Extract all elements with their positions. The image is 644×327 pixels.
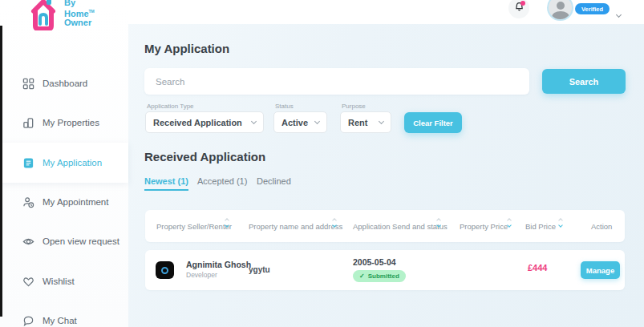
search-input[interactable]: [144, 68, 529, 95]
status-label: Status: [275, 103, 294, 110]
sidebar-item-label: Open view request: [43, 236, 119, 246]
sidebar-item-my-chat[interactable]: My Chat: [0, 308, 128, 327]
avatar-silhouette: [557, 2, 565, 10]
bid-price-value: £444: [528, 263, 547, 272]
account-menu-chevron[interactable]: [617, 6, 621, 20]
sort-control[interactable]: [437, 219, 440, 227]
brand-logo: By HomeTM Owner: [27, 0, 95, 34]
column-header-action: Action: [591, 222, 612, 231]
chevron-down-icon: [379, 119, 384, 124]
table-header-row: Property Seller/Renter Property name and…: [145, 210, 625, 242]
application-type-label: Application Type: [147, 103, 194, 110]
sidebar-item-my-application[interactable]: My Application: [0, 143, 128, 183]
screen-edge-strip: [0, 26, 2, 317]
chevron-down-icon: [251, 119, 257, 124]
sidebar: By HomeTM Owner Dashboard My Properties: [0, 0, 128, 327]
seller-avatar: [156, 261, 174, 279]
heart-icon: [22, 275, 34, 288]
sidebar-item-label: My Appointment: [43, 197, 108, 207]
status-badge: ✓ Submitted: [353, 270, 406, 282]
sort-up-icon: [225, 218, 229, 223]
sidebar-item-label: My Application: [43, 158, 102, 168]
sort-down-icon: [558, 223, 563, 228]
seller-role: Developer: [186, 271, 217, 279]
property-name: ygytu: [249, 265, 270, 274]
sort-down-icon: [225, 223, 229, 228]
sidebar-item-open-view-request[interactable]: Open view request: [0, 228, 128, 254]
column-header-property: Property name and address: [249, 222, 342, 231]
sort-control[interactable]: [333, 219, 336, 227]
sort-control[interactable]: [559, 219, 562, 227]
table-row: Agnimita Ghosh Developer ygytu 2005-05-0…: [145, 250, 625, 290]
application-document-icon: [22, 156, 34, 169]
sidebar-item-label: My Chat: [43, 316, 77, 325]
page-title: My Application: [144, 42, 229, 55]
properties-buildings-icon: [22, 116, 34, 129]
sidebar-item-my-properties[interactable]: My Properties: [0, 110, 128, 135]
sort-up-icon: [436, 218, 441, 223]
brand-wordmark: By HomeTM Owner: [64, 0, 95, 27]
search-button[interactable]: Search: [542, 69, 626, 94]
search-box: [144, 68, 529, 95]
chevron-down-icon: [616, 12, 622, 18]
dashboard-grid-icon: [22, 77, 34, 90]
sort-down-icon: [436, 223, 441, 228]
column-header-bid-price: Bid Price: [525, 222, 556, 231]
status-value: Active: [281, 118, 308, 127]
eye-icon: [22, 235, 34, 248]
appointment-person-clock-icon: [22, 196, 34, 208]
status-text: Submitted: [368, 272, 399, 280]
application-type-select[interactable]: Received Application: [145, 111, 264, 133]
manage-button[interactable]: Manage: [581, 261, 620, 279]
sidebar-item-my-appointment[interactable]: My Appointment: [0, 189, 128, 215]
purpose-select[interactable]: Rent: [340, 111, 391, 133]
section-title: Received Application: [144, 150, 265, 164]
sidebar-item-label: My Properties: [43, 118, 99, 127]
sort-up-icon: [332, 218, 337, 223]
sort-down-icon: [332, 223, 337, 228]
home-owner-logo-icon: [27, 0, 59, 34]
seller-name: Agnimita Ghosh: [186, 260, 251, 269]
application-type-value: Received Application: [153, 118, 242, 127]
column-header-application: Application Send and status: [353, 222, 448, 231]
tab-accepted[interactable]: Accepted (1): [197, 176, 247, 189]
column-header-seller: Property Seller/Renter: [156, 222, 232, 231]
column-header-property-price: Property Price: [460, 222, 508, 231]
sort-control[interactable]: [508, 219, 511, 227]
tab-newest[interactable]: Newest (1): [144, 176, 188, 191]
purpose-label: Purpose: [342, 103, 366, 110]
check-icon: ✓: [359, 272, 365, 280]
notification-dot: [520, 1, 525, 6]
sidebar-item-label: Wishlist: [43, 277, 75, 286]
sort-down-icon: [507, 223, 512, 228]
clear-filter-button[interactable]: Clear Filter: [404, 112, 462, 133]
status-select[interactable]: Active: [273, 111, 327, 133]
sort-up-icon: [558, 218, 563, 223]
sidebar-item-dashboard[interactable]: Dashboard: [0, 71, 128, 96]
application-sent-date: 2005-05-04: [353, 257, 396, 267]
sort-control[interactable]: [225, 219, 229, 227]
purpose-value: Rent: [348, 118, 367, 127]
verified-badge: Verified: [575, 3, 610, 14]
app-screen: By HomeTM Owner Dashboard My Properties: [0, 0, 644, 327]
chat-bubble-icon: [22, 314, 34, 327]
sidebar-item-wishlist[interactable]: Wishlist: [0, 268, 128, 294]
chevron-down-icon: [314, 119, 320, 124]
sort-up-icon: [507, 218, 512, 223]
sidebar-item-label: Dashboard: [43, 79, 87, 88]
tab-declined[interactable]: Declined: [257, 176, 291, 189]
